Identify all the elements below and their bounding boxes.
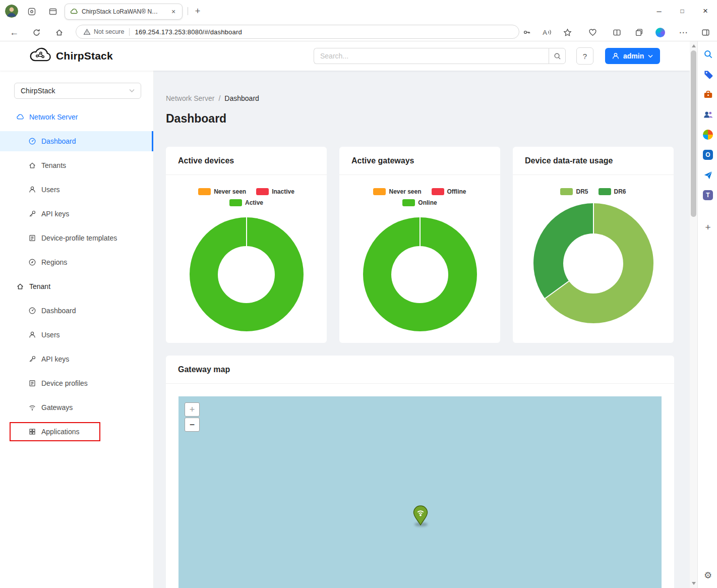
legend-item-online[interactable]: Online bbox=[402, 199, 437, 206]
active-gateways-donut[interactable] bbox=[363, 217, 477, 331]
help-button[interactable]: ? bbox=[576, 47, 593, 65]
browser-essentials-icon[interactable] bbox=[586, 26, 599, 39]
sidebar-panel-icon[interactable] bbox=[699, 26, 712, 39]
sidebar-item-ns-users[interactable]: Users bbox=[0, 180, 153, 200]
scrollbar-thumb[interactable] bbox=[691, 50, 696, 217]
copilot-icon[interactable] bbox=[653, 26, 667, 39]
legend-item-never-seen[interactable]: Never seen bbox=[373, 188, 421, 195]
settings-icon[interactable]: ⚙ bbox=[702, 570, 713, 581]
data-rate-legend: DR5 DR6 bbox=[560, 186, 626, 197]
password-key-icon[interactable] bbox=[520, 26, 533, 39]
organization-select[interactable]: ChirpStack bbox=[14, 83, 141, 99]
shopping-icon[interactable] bbox=[702, 69, 713, 80]
gateway-map[interactable]: + − bbox=[178, 396, 662, 588]
active-devices-card: Active devices Never seen Inactive bbox=[166, 147, 327, 343]
template-icon bbox=[28, 379, 36, 387]
maximize-button[interactable]: □ bbox=[671, 0, 694, 22]
tab-actions-icon[interactable] bbox=[47, 6, 58, 17]
chirpstack-logo[interactable]: ChirpStack bbox=[29, 47, 113, 64]
sidebar-item-ns-dashboard[interactable]: Dashboard bbox=[0, 131, 153, 151]
close-button[interactable]: × bbox=[694, 0, 717, 22]
sidebar-item-tenant-dashboard[interactable]: Dashboard bbox=[0, 301, 153, 321]
sidebar-item-tenants[interactable]: Tenants bbox=[0, 155, 153, 175]
browser-tab[interactable]: ChirpStack LoRaWAN® Network × bbox=[65, 4, 183, 20]
sidebar-item-label: Device profiles bbox=[41, 379, 88, 387]
scroll-up-arrow[interactable] bbox=[692, 44, 696, 47]
user-icon bbox=[612, 52, 619, 60]
outlook-icon[interactable]: O bbox=[702, 149, 713, 160]
sidebar-item-regions[interactable]: Regions bbox=[0, 252, 153, 272]
zoom-out-button[interactable]: − bbox=[185, 418, 200, 432]
sidebar-group-tenant[interactable]: Tenant bbox=[0, 276, 153, 297]
sidebar-item-ns-api-keys[interactable]: API keys bbox=[0, 204, 153, 224]
page-scrollbar[interactable] bbox=[690, 41, 697, 588]
sidebar-group-network-server[interactable]: Network Server bbox=[0, 107, 153, 127]
active-devices-donut[interactable] bbox=[190, 217, 304, 331]
legend-item-inactive[interactable]: Inactive bbox=[256, 188, 294, 195]
read-aloud-icon[interactable]: A bbox=[541, 26, 554, 39]
chevron-down-icon bbox=[129, 89, 135, 93]
map-zoom-control: + − bbox=[185, 402, 200, 432]
legend-item-active[interactable]: Active bbox=[229, 199, 263, 206]
tab-close-button[interactable]: × bbox=[169, 7, 178, 16]
data-rate-donut[interactable] bbox=[533, 203, 653, 323]
edge-sidebar-rail: O T + ⚙ bbox=[697, 41, 717, 588]
search-button[interactable] bbox=[549, 48, 566, 64]
cloud-icon bbox=[16, 113, 24, 121]
gateway-marker[interactable] bbox=[413, 505, 428, 525]
drop-icon[interactable] bbox=[702, 169, 713, 181]
user-menu-button[interactable]: admin bbox=[605, 48, 660, 64]
sidebar-item-tenant-api-keys[interactable]: API keys bbox=[0, 349, 153, 369]
brand-name: ChirpStack bbox=[56, 50, 113, 62]
home-icon[interactable] bbox=[52, 26, 66, 39]
collections-icon[interactable] bbox=[632, 26, 645, 39]
search-input[interactable] bbox=[314, 48, 549, 64]
active-devices-legend: Never seen Inactive Active bbox=[198, 186, 294, 208]
zoom-in-button[interactable]: + bbox=[185, 402, 200, 417]
sidebar-item-label: Users bbox=[41, 331, 60, 339]
page-content: ChirpStack ? admin ChirpStack bbox=[0, 41, 690, 588]
add-app-icon[interactable]: + bbox=[702, 222, 713, 233]
sidebar-item-gateways[interactable]: Gateways bbox=[0, 397, 153, 418]
sidebar-item-tenant-users[interactable]: Users bbox=[0, 325, 153, 345]
breadcrumb-separator: / bbox=[218, 93, 220, 104]
sidebar-item-device-profiles[interactable]: Device profiles bbox=[0, 373, 153, 393]
card-title: Gateway map bbox=[166, 356, 674, 384]
key-icon bbox=[28, 210, 36, 218]
legend-item-dr6[interactable]: DR6 bbox=[599, 188, 626, 195]
legend-item-dr5[interactable]: DR5 bbox=[560, 188, 588, 195]
refresh-icon[interactable] bbox=[30, 26, 43, 39]
card-title: Active gateways bbox=[339, 147, 500, 175]
sidebar-item-device-profile-templates[interactable]: Device-profile templates bbox=[0, 228, 153, 248]
sidebar-item-label: Device-profile templates bbox=[41, 234, 117, 242]
split-screen-icon[interactable] bbox=[610, 26, 623, 39]
teams-icon[interactable]: T bbox=[702, 190, 713, 201]
browser-titlebar: ChirpStack LoRaWAN® Network × + ─ □ × bbox=[0, 0, 717, 22]
card-title: Active devices bbox=[166, 147, 327, 175]
security-label: Not secure bbox=[94, 28, 124, 35]
back-icon[interactable]: ← bbox=[8, 26, 21, 39]
home-icon bbox=[16, 282, 24, 290]
favorites-star-icon[interactable] bbox=[561, 26, 574, 39]
breadcrumb-current: Dashboard bbox=[224, 93, 259, 104]
address-bar[interactable]: Not secure 169.254.173.253:8080/#/dashbo… bbox=[76, 25, 519, 39]
minimize-button[interactable]: ─ bbox=[647, 0, 671, 22]
sidebar-item-applications[interactable]: Applications bbox=[0, 422, 153, 442]
more-menu-icon[interactable]: ⋯ bbox=[677, 26, 690, 39]
page-title: Dashboard bbox=[166, 110, 690, 127]
new-tab-button[interactable]: + bbox=[192, 5, 204, 17]
scroll-down-arrow[interactable] bbox=[692, 582, 696, 585]
home-icon bbox=[28, 161, 36, 169]
wifi-icon bbox=[28, 403, 36, 411]
microsoft365-icon[interactable] bbox=[702, 129, 713, 140]
legend-item-never-seen[interactable]: Never seen bbox=[198, 188, 246, 195]
legend-swatch bbox=[256, 188, 269, 195]
legend-item-offline[interactable]: Offline bbox=[432, 188, 466, 195]
people-icon[interactable] bbox=[702, 109, 713, 120]
profile-avatar[interactable] bbox=[5, 5, 18, 18]
workspaces-icon[interactable] bbox=[26, 6, 37, 17]
breadcrumb-parent[interactable]: Network Server bbox=[166, 93, 214, 104]
tools-icon[interactable] bbox=[702, 89, 713, 100]
bing-search-icon[interactable] bbox=[702, 48, 713, 60]
url-text: 169.254.173.253:8080/#/dashboard bbox=[135, 28, 242, 36]
